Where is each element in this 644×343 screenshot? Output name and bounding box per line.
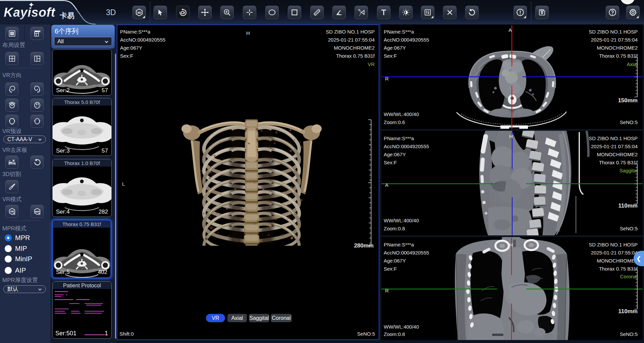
svg-text:MIP: MIP [35, 210, 39, 213]
svg-text:VR: VR [10, 210, 14, 213]
svg-text:3D: 3D [137, 11, 141, 14]
